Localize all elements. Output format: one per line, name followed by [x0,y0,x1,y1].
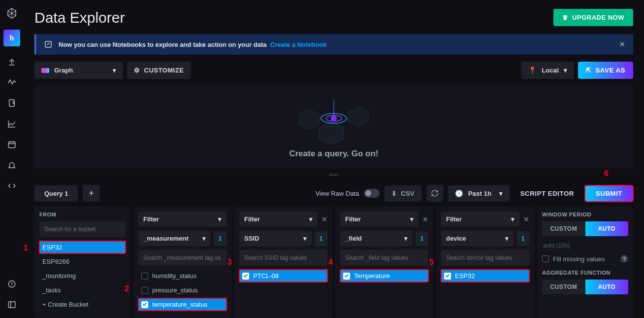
filter-panel-measurement: 2 Filter▾ _measurement▾ 1 humidity_statu… [133,207,231,318]
download-icon: ⬇ [391,190,397,197]
tag-search-input[interactable] [138,250,226,266]
filter-type-dropdown[interactable]: Filter▾ [340,212,419,227]
remove-filter-button[interactable]: ✕ [523,215,529,223]
refresh-button[interactable] [426,185,443,202]
svg-rect-5 [8,142,15,148]
time-range-dropdown[interactable]: 🕓 Past 1h ▾ [448,185,510,202]
page-title: Data Explorer [34,9,125,26]
notebook-icon[interactable] [6,98,17,108]
fill-checkbox[interactable] [542,255,549,262]
customize-button[interactable]: ⚙ CUSTOMIZE [127,62,191,79]
crown-icon: ♛ [562,14,569,21]
tag-value-humidity[interactable]: humidity_status [138,270,226,282]
resize-handle[interactable]: ══ [34,169,633,180]
sidebar: h ? [0,0,24,318]
aggregate-auto-button[interactable]: AUTO [585,280,629,294]
graph-icon [41,68,49,73]
chevron-down-icon: ▾ [113,67,116,74]
chevron-down-icon: ▾ [303,235,307,242]
annotation-5: 5 [429,258,434,267]
filter-type-dropdown[interactable]: Filter▾ [441,212,519,227]
tag-value-temperature[interactable]: Temperature [340,270,428,282]
from-label: FROM [39,212,126,217]
remove-filter-button[interactable]: ✕ [422,215,428,223]
aggregate-toggle: CUSTOM AUTO [542,280,628,294]
tag-key-dropdown[interactable]: _measurement▾ [138,231,211,246]
bucket-item-monitoring[interactable]: _monitoring [39,270,126,282]
tag-search-input[interactable] [441,250,529,266]
tag-key-dropdown[interactable]: SSID▾ [239,231,312,246]
tag-key-dropdown[interactable]: device▾ [441,231,514,246]
tag-search-input[interactable] [340,250,428,266]
tag-key-dropdown[interactable]: _field▾ [340,231,413,246]
svg-rect-11 [8,302,15,308]
chevron-down-icon: ▾ [202,235,206,242]
aggregate-label: AGGREGATE FUNCTION [542,270,628,276]
svg-text:?: ? [10,282,13,286]
bucket-item-tasks[interactable]: _tasks [39,284,126,296]
annotation-3: 3 [227,258,232,267]
window-custom-button[interactable]: CUSTOM [542,221,585,236]
bucket-search-input[interactable] [39,221,126,237]
dashboard-icon[interactable] [6,118,17,129]
filter-panel-ssid: 3 Filter▾ ✕ SSID▾ 1 PTCL-08 [234,207,332,318]
submit-button[interactable]: SUBMIT [585,185,633,202]
create-bucket-item[interactable]: + Create Bucket [39,298,126,311]
tag-count-badge: 1 [315,231,327,246]
annotation-6: 6 [604,169,609,178]
query-tab-1[interactable]: Query 1 [34,185,78,202]
save-as-button[interactable]: ⇱ SAVE AS [578,62,633,79]
raw-data-toggle[interactable] [364,189,380,198]
add-query-button[interactable]: + [83,185,99,202]
tag-count-badge: 1 [416,231,428,246]
visualization-type-dropdown[interactable]: Graph ▾ [34,62,123,79]
logo-icon[interactable] [5,7,18,20]
csv-button[interactable]: ⬇ CSV [385,185,421,202]
tag-count-badge: 1 [516,231,529,246]
help-icon[interactable]: ? [6,279,17,289]
upgrade-button[interactable]: ♛ UPGRADE NOW [553,9,633,26]
window-panel: WINDOW PERIOD CUSTOM AUTO auto (10s) Fil… [537,207,633,318]
chevron-down-icon: ▾ [404,235,408,242]
workspace-badge[interactable]: h [3,30,20,46]
script-editor-button[interactable]: SCRIPT EDITOR [515,185,580,202]
window-period-toggle: CUSTOM AUTO [542,221,628,236]
remove-filter-button[interactable]: ✕ [322,215,327,223]
aggregate-custom-button[interactable]: CUSTOM [542,280,585,294]
annotation-1: 1 [24,244,28,252]
create-notebook-link[interactable]: Create a Notebook [270,41,327,48]
explore-icon[interactable] [6,77,17,88]
chevron-down-icon: ▾ [505,235,509,242]
filter-panel-field: 4 Filter▾ ✕ _field▾ 1 Temperature [335,207,433,318]
from-panel: FROM ESP32 ESP8266 _monitoring _tasks + … [34,207,130,318]
alerts-icon[interactable] [6,160,17,171]
bucket-item-esp8266[interactable]: ESP8266 [39,255,126,268]
chevron-down-icon: ▾ [410,215,414,223]
tag-value-temperature-status[interactable]: temperature_status [138,298,226,311]
window-auto-button[interactable]: AUTO [585,221,629,236]
tag-value-ptcl08[interactable]: PTCL-08 [239,270,327,282]
pin-icon: 📍 [528,67,537,74]
tasks-icon[interactable] [6,139,17,150]
filter-type-dropdown[interactable]: Filter▾ [138,212,226,227]
info-icon[interactable]: ? [620,255,628,263]
settings-icon[interactable] [6,180,17,191]
filter-panel-device: 5 Filter▾ ✕ device▾ 1 ESP32 [436,207,534,318]
close-icon[interactable]: ✕ [619,40,625,48]
filter-type-dropdown[interactable]: Filter▾ [239,212,318,227]
tag-value-pressure[interactable]: pressure_status [138,284,226,296]
empty-state-graphic [285,95,383,144]
empty-state-text: Create a query. Go on! [289,149,378,159]
upload-icon[interactable] [6,56,17,67]
chevron-down-icon: ▾ [309,215,313,223]
collapse-icon[interactable] [6,299,17,310]
banner-text: Now you can use Notebooks to explore and… [59,41,327,48]
bucket-list: ESP32 ESP8266 _monitoring _tasks + Creat… [39,241,126,311]
fill-missing-row[interactable]: Fill missing values ? [542,255,628,263]
tag-value-device-esp32[interactable]: ESP32 [441,270,529,282]
tag-search-input[interactable] [239,250,327,266]
visualization-area: Create a query. Go on! [34,85,633,169]
timezone-dropdown[interactable]: 📍 Local ▾ [521,62,574,79]
svg-marker-15 [349,107,368,127]
bucket-item-esp32[interactable]: ESP32 [39,241,126,253]
